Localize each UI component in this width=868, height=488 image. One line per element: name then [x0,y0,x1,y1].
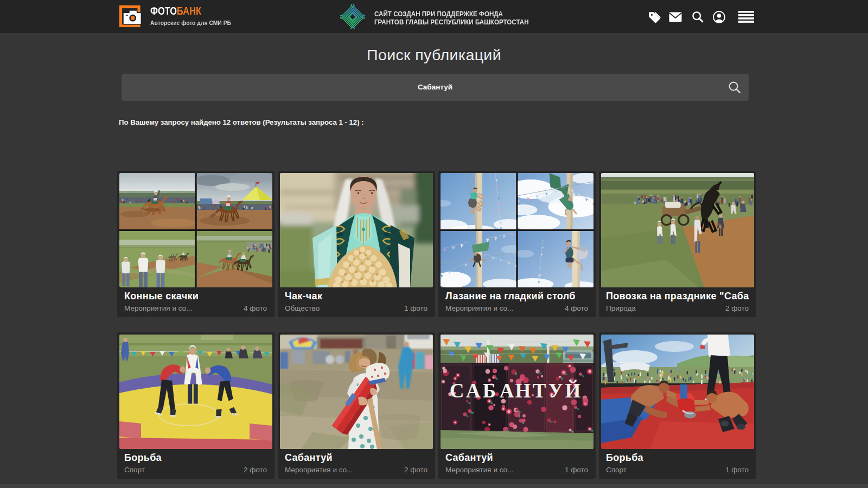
svg-text:Й: Й [565,380,581,402]
svg-text:А: А [500,380,514,402]
svg-text:Б: Б [483,380,496,402]
svg-text:С: С [450,380,464,402]
svg-text:Н: Н [515,380,531,402]
svg-text:А: А [466,380,481,402]
svg-text:Т: Т [533,380,546,402]
svg-text:У: У [548,380,563,402]
